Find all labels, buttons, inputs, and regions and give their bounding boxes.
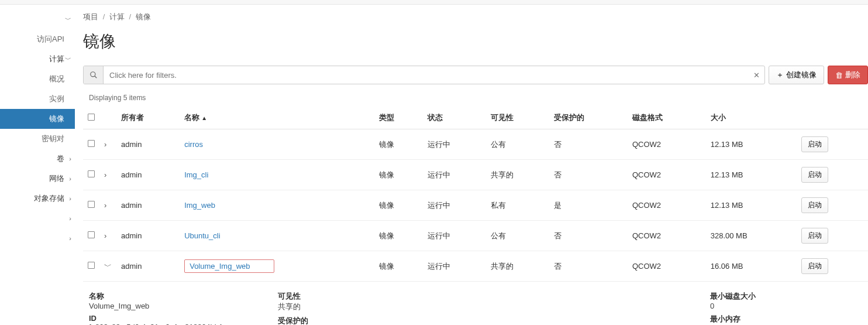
table-row: ﹀adminVolume_Img_web镜像运行中共享的否QCOW216.06 … <box>83 251 868 282</box>
image-name-link[interactable]: Volume_Img_web <box>184 259 274 273</box>
sidebar-group-compute[interactable]: 计算 ﹀ <box>0 49 75 69</box>
detail-value-visibility: 共享的 <box>278 302 395 312</box>
cell-protected: 是 <box>549 190 628 221</box>
details-row: 名称 Volume_Img_web ID fe803c83-c5d9-4e31-… <box>83 282 868 326</box>
cell-visibility: 公有 <box>486 221 549 251</box>
cell-owner: admin <box>116 129 180 160</box>
crumb-compute[interactable]: 计算 <box>109 12 125 21</box>
select-all-checkbox[interactable] <box>88 114 95 121</box>
cell-size: 12.13 MB <box>706 160 797 190</box>
row-checkbox[interactable] <box>88 201 95 208</box>
cell-disk-format: QCOW2 <box>628 221 706 251</box>
cell-status: 运行中 <box>423 129 486 160</box>
table-row: ›adminImg_cli镜像运行中共享的否QCOW212.13 MB启动 <box>83 160 868 190</box>
detail-label-id: ID <box>89 314 231 323</box>
col-type[interactable]: 类型 <box>374 107 423 129</box>
delete-image-button[interactable]: 🗑 删除 <box>828 66 868 84</box>
cell-owner: admin <box>116 190 180 221</box>
expand-toggle[interactable]: › <box>99 160 116 190</box>
plus-icon: ＋ <box>776 70 784 80</box>
sidebar-extra-2[interactable]: › <box>0 228 75 248</box>
table-row: ›adminImg_web镜像运行中私有是QCOW212.13 MB启动 <box>83 190 868 221</box>
chevron-right-icon: › <box>69 155 71 162</box>
col-size[interactable]: 大小 <box>706 107 797 129</box>
search-input[interactable] <box>104 66 748 84</box>
sidebar: ﹀ 访问API 计算 ﹀ 概况 实例 镜像 密钥对 卷 › 网络 › 对象存储 … <box>0 5 75 325</box>
col-name[interactable]: 名称▲ <box>180 107 374 129</box>
cell-owner: admin <box>116 251 180 282</box>
sidebar-item-keypairs[interactable]: 密钥对 <box>0 129 75 149</box>
cell-protected: 否 <box>549 251 628 282</box>
sidebar-group-project[interactable]: ﹀ <box>0 9 75 29</box>
launch-button[interactable]: 启动 <box>801 136 828 152</box>
sidebar-item-object-storage[interactable]: 对象存储 › <box>0 189 75 208</box>
sidebar-item-network[interactable]: 网络 › <box>0 169 75 189</box>
trash-icon: 🗑 <box>835 71 843 80</box>
cell-visibility: 共享的 <box>486 251 549 282</box>
chevron-right-icon: › <box>69 175 71 182</box>
image-name-link[interactable]: Ubuntu_cli <box>184 231 220 240</box>
cell-type: 镜像 <box>374 190 423 221</box>
cell-type: 镜像 <box>374 251 423 282</box>
page-title: 镜像 <box>83 30 868 53</box>
cell-protected: 否 <box>549 221 628 251</box>
image-name-link[interactable]: Img_web <box>184 201 215 210</box>
crumb-images: 镜像 <box>136 12 151 21</box>
detail-label-min-ram: 最小内存 <box>710 314 827 324</box>
table-row: ›adminUbuntu_cli镜像运行中公有否QCOW2328.00 MB启动 <box>83 221 868 251</box>
toolbar: ✕ ＋ 创建镜像 🗑 删除 <box>83 66 868 84</box>
cell-visibility: 私有 <box>486 190 549 221</box>
detail-value-min-disk: 0 <box>710 302 827 310</box>
create-image-button[interactable]: ＋ 创建镜像 <box>769 66 824 84</box>
expand-toggle[interactable]: ﹀ <box>99 251 116 282</box>
detail-value-name: Volume_Img_web <box>89 302 231 310</box>
crumb-project[interactable]: 项目 <box>83 12 98 21</box>
col-owner[interactable]: 所有者 <box>116 107 180 129</box>
launch-button[interactable]: 启动 <box>801 197 828 213</box>
cell-disk-format: QCOW2 <box>628 160 706 190</box>
sidebar-group-label: 计算 <box>49 54 64 64</box>
launch-button[interactable]: 启动 <box>801 167 828 183</box>
sidebar-item-overview[interactable]: 概况 <box>0 69 75 89</box>
search-icon <box>84 66 104 84</box>
cell-size: 16.06 MB <box>706 251 797 282</box>
cell-status: 运行中 <box>423 160 486 190</box>
cell-type: 镜像 <box>374 129 423 160</box>
detail-value-id: fe803c83-c5d9-4e31-a6e1-e318804bb1ce <box>89 323 231 325</box>
breadcrumb: 项目 / 计算 / 镜像 <box>83 12 868 22</box>
col-visibility[interactable]: 可见性 <box>486 107 549 129</box>
clear-icon[interactable]: ✕ <box>748 66 764 84</box>
col-protected[interactable]: 受保护的 <box>549 107 628 129</box>
detail-label-visibility: 可见性 <box>278 291 395 302</box>
expand-toggle[interactable]: › <box>99 221 116 251</box>
detail-label-protected: 受保护的 <box>278 316 395 325</box>
cell-disk-format: QCOW2 <box>628 129 706 160</box>
expand-toggle[interactable]: › <box>99 129 116 160</box>
cell-disk-format: QCOW2 <box>628 251 706 282</box>
launch-button[interactable]: 启动 <box>801 228 828 244</box>
item-count: Displaying 5 items <box>83 89 868 107</box>
sidebar-item-volumes[interactable]: 卷 › <box>0 149 75 169</box>
row-checkbox[interactable] <box>88 170 95 177</box>
search-wrap: ✕ <box>83 66 765 84</box>
sort-asc-icon: ▲ <box>201 115 207 121</box>
sidebar-extra-1[interactable]: › <box>0 208 75 228</box>
sidebar-item-instances[interactable]: 实例 <box>0 89 75 109</box>
cell-protected: 否 <box>549 129 628 160</box>
col-disk-format[interactable]: 磁盘格式 <box>628 107 706 129</box>
detail-label-min-disk: 最小磁盘大小 <box>710 291 827 302</box>
row-checkbox[interactable] <box>88 140 95 147</box>
launch-button[interactable]: 启动 <box>801 258 828 274</box>
cell-size: 12.13 MB <box>706 129 797 160</box>
cell-size: 12.13 MB <box>706 190 797 221</box>
row-checkbox[interactable] <box>88 262 95 269</box>
expand-toggle[interactable]: › <box>99 190 116 221</box>
image-name-link[interactable]: Img_cli <box>184 170 208 179</box>
svg-point-0 <box>90 72 95 77</box>
col-status[interactable]: 状态 <box>423 107 486 129</box>
sidebar-item-api[interactable]: 访问API <box>0 29 75 49</box>
sidebar-item-images[interactable]: 镜像 <box>0 109 75 129</box>
svg-line-1 <box>94 76 97 78</box>
row-checkbox[interactable] <box>88 231 95 238</box>
image-name-link[interactable]: cirros <box>184 140 203 149</box>
